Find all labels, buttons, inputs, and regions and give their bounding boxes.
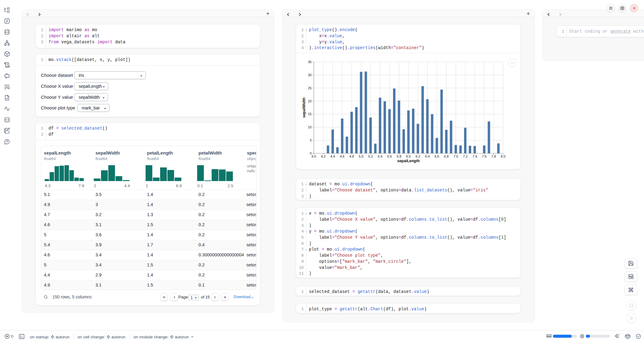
svg-text:7.8: 7.8 <box>491 155 496 158</box>
svg-text:4.0: 4.0 <box>311 155 316 158</box>
svg-text:7.0: 7.0 <box>453 155 458 158</box>
svg-text:5.4: 5.4 <box>378 155 382 158</box>
svg-text:5.8: 5.8 <box>397 155 401 158</box>
svg-text:7.6: 7.6 <box>482 155 486 158</box>
svg-text:sepalLength: sepalLength <box>397 159 420 163</box>
svg-text:6.4: 6.4 <box>425 155 430 158</box>
svg-text:35: 35 <box>308 60 312 64</box>
svg-text:5: 5 <box>310 138 312 142</box>
svg-text:7.4: 7.4 <box>472 155 477 158</box>
svg-text:4.4: 4.4 <box>330 155 335 158</box>
svg-text:sepalWidth: sepalWidth <box>302 98 306 118</box>
svg-text:6.6: 6.6 <box>435 155 439 158</box>
svg-text:6.8: 6.8 <box>444 155 449 158</box>
svg-text:30: 30 <box>308 73 312 77</box>
svg-text:5.0: 5.0 <box>359 155 363 158</box>
svg-text:6.0: 6.0 <box>406 155 411 158</box>
svg-text:25: 25 <box>308 86 312 90</box>
svg-text:20: 20 <box>308 99 312 103</box>
svg-text:6.2: 6.2 <box>416 155 420 158</box>
svg-text:4.6: 4.6 <box>340 155 344 158</box>
svg-text:15: 15 <box>308 112 312 116</box>
svg-text:7.2: 7.2 <box>463 155 467 158</box>
svg-text:5.6: 5.6 <box>387 155 392 158</box>
svg-text:4.2: 4.2 <box>321 155 325 158</box>
svg-text:5.2: 5.2 <box>368 155 373 158</box>
svg-text:10: 10 <box>308 125 312 129</box>
svg-text:8.0: 8.0 <box>501 155 505 158</box>
svg-text:4.8: 4.8 <box>349 155 354 158</box>
